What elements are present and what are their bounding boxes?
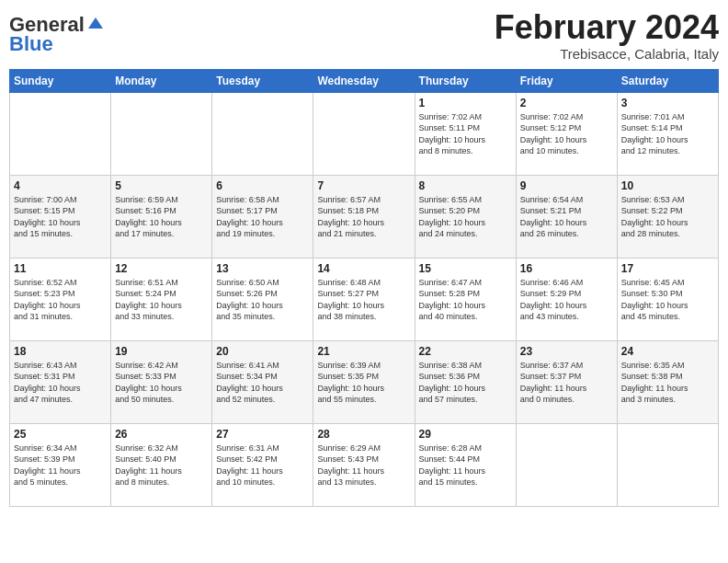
day-number: 20: [216, 345, 309, 358]
day-info: Sunrise: 6:46 AM Sunset: 5:29 PM Dayligh…: [520, 277, 613, 323]
calendar-cell: 4Sunrise: 7:00 AM Sunset: 5:15 PM Daylig…: [10, 175, 111, 258]
day-number: 25: [14, 428, 107, 441]
day-number: 8: [419, 179, 512, 192]
calendar-table: SundayMondayTuesdayWednesdayThursdayFrid…: [9, 69, 719, 507]
logo-blue-text: Blue: [9, 35, 53, 53]
calendar-week-row: 11Sunrise: 6:52 AM Sunset: 5:23 PM Dayli…: [10, 258, 719, 340]
calendar-cell: 6Sunrise: 6:58 AM Sunset: 5:17 PM Daylig…: [212, 175, 313, 258]
header-monday: Monday: [111, 69, 212, 92]
calendar-week-row: 25Sunrise: 6:34 AM Sunset: 5:39 PM Dayli…: [10, 423, 719, 506]
calendar-cell: [212, 92, 313, 175]
calendar-cell: 7Sunrise: 6:57 AM Sunset: 5:18 PM Daylig…: [313, 175, 415, 258]
day-number: 7: [317, 179, 410, 192]
calendar-cell: [111, 92, 212, 175]
calendar-cell: 9Sunrise: 6:54 AM Sunset: 5:21 PM Daylig…: [516, 175, 617, 258]
day-number: 11: [14, 262, 107, 275]
day-number: 9: [520, 179, 613, 192]
logo-icon: [86, 16, 105, 34]
day-number: 12: [115, 262, 208, 275]
day-number: 3: [621, 97, 714, 109]
day-info: Sunrise: 6:32 AM Sunset: 5:40 PM Dayligh…: [115, 442, 208, 488]
calendar-cell: 27Sunrise: 6:31 AM Sunset: 5:42 PM Dayli…: [212, 423, 313, 506]
day-number: 1: [419, 97, 512, 109]
day-number: 15: [419, 262, 512, 275]
day-info: Sunrise: 6:34 AM Sunset: 5:39 PM Dayligh…: [14, 442, 107, 488]
header-saturday: Saturday: [617, 69, 718, 92]
page-header: General Blue February 2024 Trebisacce, C…: [9, 9, 719, 62]
calendar-cell: 18Sunrise: 6:43 AM Sunset: 5:31 PM Dayli…: [10, 340, 111, 423]
day-number: 5: [115, 179, 208, 192]
day-number: 17: [621, 262, 714, 275]
day-info: Sunrise: 6:39 AM Sunset: 5:35 PM Dayligh…: [317, 360, 410, 406]
calendar-week-row: 1Sunrise: 7:02 AM Sunset: 5:11 PM Daylig…: [10, 92, 719, 175]
day-info: Sunrise: 6:47 AM Sunset: 5:28 PM Dayligh…: [419, 277, 512, 323]
day-info: Sunrise: 6:58 AM Sunset: 5:17 PM Dayligh…: [216, 194, 309, 240]
day-number: 10: [621, 179, 714, 192]
day-number: 6: [216, 179, 309, 192]
day-info: Sunrise: 6:31 AM Sunset: 5:42 PM Dayligh…: [216, 442, 309, 488]
header-sunday: Sunday: [10, 69, 111, 92]
header-thursday: Thursday: [415, 69, 516, 92]
calendar-cell: [617, 423, 718, 506]
day-info: Sunrise: 6:52 AM Sunset: 5:23 PM Dayligh…: [14, 277, 107, 323]
calendar-cell: 1Sunrise: 7:02 AM Sunset: 5:11 PM Daylig…: [415, 92, 516, 175]
calendar-week-row: 4Sunrise: 7:00 AM Sunset: 5:15 PM Daylig…: [10, 175, 719, 258]
day-info: Sunrise: 7:01 AM Sunset: 5:14 PM Dayligh…: [621, 111, 714, 157]
day-number: 24: [621, 345, 714, 358]
calendar-cell: 23Sunrise: 6:37 AM Sunset: 5:37 PM Dayli…: [516, 340, 617, 423]
calendar-cell: 11Sunrise: 6:52 AM Sunset: 5:23 PM Dayli…: [10, 258, 111, 340]
month-title: February 2024: [495, 9, 719, 46]
day-info: Sunrise: 6:43 AM Sunset: 5:31 PM Dayligh…: [14, 360, 107, 406]
day-info: Sunrise: 6:38 AM Sunset: 5:36 PM Dayligh…: [419, 360, 512, 406]
calendar-cell: 5Sunrise: 6:59 AM Sunset: 5:16 PM Daylig…: [111, 175, 212, 258]
calendar-week-row: 18Sunrise: 6:43 AM Sunset: 5:31 PM Dayli…: [10, 340, 719, 423]
day-info: Sunrise: 7:00 AM Sunset: 5:15 PM Dayligh…: [14, 194, 107, 240]
svg-marker-0: [88, 17, 103, 29]
day-number: 26: [115, 428, 208, 441]
day-number: 13: [216, 262, 309, 275]
calendar-cell: 20Sunrise: 6:41 AM Sunset: 5:34 PM Dayli…: [212, 340, 313, 423]
calendar-header-row: SundayMondayTuesdayWednesdayThursdayFrid…: [10, 69, 719, 92]
day-number: 28: [317, 428, 410, 441]
title-area: February 2024 Trebisacce, Calabria, Ital…: [495, 9, 719, 62]
day-info: Sunrise: 6:28 AM Sunset: 5:44 PM Dayligh…: [419, 442, 512, 488]
calendar-cell: 12Sunrise: 6:51 AM Sunset: 5:24 PM Dayli…: [111, 258, 212, 340]
day-info: Sunrise: 6:37 AM Sunset: 5:37 PM Dayligh…: [520, 360, 613, 406]
calendar-cell: 10Sunrise: 6:53 AM Sunset: 5:22 PM Dayli…: [617, 175, 718, 258]
calendar-cell: 25Sunrise: 6:34 AM Sunset: 5:39 PM Dayli…: [10, 423, 111, 506]
day-info: Sunrise: 6:45 AM Sunset: 5:30 PM Dayligh…: [621, 277, 714, 323]
location-title: Trebisacce, Calabria, Italy: [495, 46, 719, 62]
day-number: 2: [520, 97, 613, 109]
day-info: Sunrise: 6:50 AM Sunset: 5:26 PM Dayligh…: [216, 277, 309, 323]
header-tuesday: Tuesday: [212, 69, 313, 92]
day-info: Sunrise: 7:02 AM Sunset: 5:12 PM Dayligh…: [520, 111, 613, 157]
day-info: Sunrise: 6:51 AM Sunset: 5:24 PM Dayligh…: [115, 277, 208, 323]
day-number: 14: [317, 262, 410, 275]
header-friday: Friday: [516, 69, 617, 92]
calendar-cell: 8Sunrise: 6:55 AM Sunset: 5:20 PM Daylig…: [415, 175, 516, 258]
day-info: Sunrise: 7:02 AM Sunset: 5:11 PM Dayligh…: [419, 111, 512, 157]
day-info: Sunrise: 6:57 AM Sunset: 5:18 PM Dayligh…: [317, 194, 410, 240]
calendar-cell: 15Sunrise: 6:47 AM Sunset: 5:28 PM Dayli…: [415, 258, 516, 340]
day-number: 27: [216, 428, 309, 441]
day-info: Sunrise: 6:35 AM Sunset: 5:38 PM Dayligh…: [621, 360, 714, 406]
day-info: Sunrise: 6:59 AM Sunset: 5:16 PM Dayligh…: [115, 194, 208, 240]
header-wednesday: Wednesday: [313, 69, 415, 92]
day-number: 22: [419, 345, 512, 358]
logo: General Blue: [9, 13, 105, 53]
day-number: 21: [317, 345, 410, 358]
day-info: Sunrise: 6:53 AM Sunset: 5:22 PM Dayligh…: [621, 194, 714, 240]
calendar-cell: 22Sunrise: 6:38 AM Sunset: 5:36 PM Dayli…: [415, 340, 516, 423]
calendar-cell: 2Sunrise: 7:02 AM Sunset: 5:12 PM Daylig…: [516, 92, 617, 175]
calendar-cell: 29Sunrise: 6:28 AM Sunset: 5:44 PM Dayli…: [415, 423, 516, 506]
calendar-cell: [10, 92, 111, 175]
day-info: Sunrise: 6:48 AM Sunset: 5:27 PM Dayligh…: [317, 277, 410, 323]
day-info: Sunrise: 6:29 AM Sunset: 5:43 PM Dayligh…: [317, 442, 410, 488]
calendar-cell: 21Sunrise: 6:39 AM Sunset: 5:35 PM Dayli…: [313, 340, 415, 423]
calendar-cell: 17Sunrise: 6:45 AM Sunset: 5:30 PM Dayli…: [617, 258, 718, 340]
day-info: Sunrise: 6:41 AM Sunset: 5:34 PM Dayligh…: [216, 360, 309, 406]
day-number: 29: [419, 428, 512, 441]
day-number: 23: [520, 345, 613, 358]
calendar-cell: 26Sunrise: 6:32 AM Sunset: 5:40 PM Dayli…: [111, 423, 212, 506]
calendar-cell: 14Sunrise: 6:48 AM Sunset: 5:27 PM Dayli…: [313, 258, 415, 340]
